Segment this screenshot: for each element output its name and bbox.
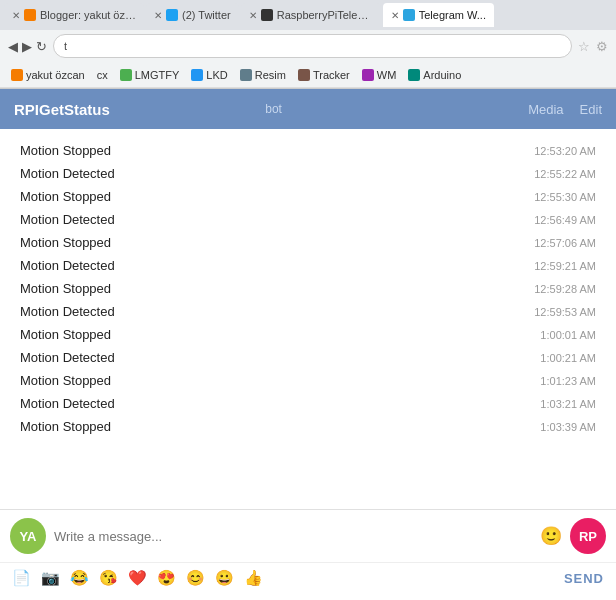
emoji-button[interactable]: 🙂 (540, 525, 562, 547)
tab-label-telegram: Telegram W... (419, 9, 486, 21)
message-row: Motion Detected12:59:21 AM (0, 254, 616, 277)
message-time: 1:01:23 AM (540, 375, 596, 387)
star-icon[interactable]: ☆ (578, 39, 590, 54)
emoji-grin[interactable]: 😀 (215, 569, 234, 587)
chat-title: RPIGetStatus (14, 101, 260, 118)
lkd-icon (191, 69, 203, 81)
tracker-icon (298, 69, 310, 81)
nav-icons: ◀ ▶ ↻ (8, 39, 47, 54)
bookmark-label-lmgtfy: LMGTFY (135, 69, 180, 81)
message-row: Motion Stopped12:55:30 AM (0, 185, 616, 208)
message-row: Motion Stopped12:57:06 AM (0, 231, 616, 254)
lmgtfy-icon (120, 69, 132, 81)
tab-telegram[interactable]: ✕ Telegram W... (383, 3, 494, 27)
bookmark-lkd[interactable]: LKD (186, 67, 232, 83)
message-text: Motion Detected (20, 166, 115, 181)
message-time: 12:55:30 AM (534, 191, 596, 203)
blogger-favicon (24, 9, 36, 21)
address-bar: ◀ ▶ ↻ ☆ ⚙ (0, 30, 616, 62)
message-text: Motion Stopped (20, 281, 111, 296)
message-text: Motion Detected (20, 258, 115, 273)
wm-icon (362, 69, 374, 81)
twitter-favicon (166, 9, 178, 21)
chat-bot-label: bot (265, 102, 282, 116)
message-text: Motion Stopped (20, 327, 111, 342)
input-area: YA 🙂 RP (0, 509, 616, 562)
settings-icon[interactable]: ⚙ (596, 39, 608, 54)
message-time: 1:00:01 AM (540, 329, 596, 341)
message-time: 12:56:49 AM (534, 214, 596, 226)
bookmark-resim[interactable]: Resim (235, 67, 291, 83)
telegram-favicon (403, 9, 415, 21)
address-input[interactable] (53, 34, 572, 58)
message-time: 12:57:06 AM (534, 237, 596, 249)
emoji-bar: 📄 📷 😂 😘 ❤️ 😍 😊 😀 👍 SEND (0, 562, 616, 593)
message-row: Motion Stopped12:59:28 AM (0, 277, 616, 300)
message-text: Motion Detected (20, 350, 115, 365)
message-time: 12:59:53 AM (534, 306, 596, 318)
message-row: Motion Stopped1:01:23 AM (0, 369, 616, 392)
bookmark-tracker[interactable]: Tracker (293, 67, 355, 83)
tab-github[interactable]: ✕ RaspberryPiTelegr... (241, 3, 381, 27)
back-icon[interactable]: ◀ (8, 39, 18, 54)
message-input[interactable] (54, 525, 532, 548)
bookmark-label-wm: WM (377, 69, 397, 81)
bookmark-label-tracker: Tracker (313, 69, 350, 81)
header-edit-button[interactable]: Edit (580, 102, 602, 117)
send-button[interactable]: SEND (564, 571, 604, 586)
forward-icon[interactable]: ▶ (22, 39, 32, 54)
avatar-ya: YA (10, 518, 46, 554)
tab-close-github[interactable]: ✕ (249, 10, 257, 21)
avatar-rp: RP (570, 518, 606, 554)
bookmark-label-yakut: yakut özcan (26, 69, 85, 81)
emoji-kiss[interactable]: 😘 (99, 569, 118, 587)
browser-chrome: ✕ Blogger: yakut özc... ✕ (2) Twitter ✕ … (0, 0, 616, 89)
attachment-icon[interactable]: 📄 (12, 569, 31, 587)
emoji-eyes[interactable]: 😍 (157, 569, 176, 587)
bookmark-label-cx: cx (97, 69, 108, 81)
message-text: Motion Stopped (20, 189, 111, 204)
arduino-icon (408, 69, 420, 81)
message-row: Motion Stopped1:00:01 AM (0, 323, 616, 346)
emoji-smile[interactable]: 😊 (186, 569, 205, 587)
message-text: Motion Stopped (20, 419, 111, 434)
emoji-thumbs[interactable]: 👍 (244, 569, 263, 587)
tab-blogger[interactable]: ✕ Blogger: yakut özc... (4, 3, 144, 27)
message-text: Motion Detected (20, 304, 115, 319)
camera-icon[interactable]: 📷 (41, 569, 60, 587)
bookmarks-bar: yakut özcan cx LMGTFY LKD Resim Tracker … (0, 62, 616, 88)
message-time: 12:59:28 AM (534, 283, 596, 295)
emoji-heart[interactable]: ❤️ (128, 569, 147, 587)
message-time: 1:03:21 AM (540, 398, 596, 410)
message-row: Motion Detected12:59:53 AM (0, 300, 616, 323)
tab-bar: ✕ Blogger: yakut özc... ✕ (2) Twitter ✕ … (0, 0, 616, 30)
bookmark-label-resim: Resim (255, 69, 286, 81)
tab-close-blogger[interactable]: ✕ (12, 10, 20, 21)
bookmark-label-lkd: LKD (206, 69, 227, 81)
reload-icon[interactable]: ↻ (36, 39, 47, 54)
tab-label-github: RaspberryPiTelegr... (277, 9, 373, 21)
bookmark-label-arduino: Arduino (423, 69, 461, 81)
message-time: 12:55:22 AM (534, 168, 596, 180)
bookmark-lmgtfy[interactable]: LMGTFY (115, 67, 185, 83)
header-media-button[interactable]: Media (528, 102, 563, 117)
message-text: Motion Stopped (20, 235, 111, 250)
bookmark-cx[interactable]: cx (92, 67, 113, 83)
message-time: 1:00:21 AM (540, 352, 596, 364)
messages-area: Motion Stopped12:53:20 AMMotion Detected… (0, 129, 616, 509)
bookmark-yakut[interactable]: yakut özcan (6, 67, 90, 83)
bookmark-arduino[interactable]: Arduino (403, 67, 466, 83)
message-text: Motion Stopped (20, 373, 111, 388)
tab-close-telegram[interactable]: ✕ (391, 10, 399, 21)
message-row: Motion Stopped12:53:20 AM (0, 139, 616, 162)
tab-twitter[interactable]: ✕ (2) Twitter (146, 3, 239, 27)
message-row: Motion Detected1:03:21 AM (0, 392, 616, 415)
message-text: Motion Detected (20, 396, 115, 411)
message-row: Motion Stopped1:03:39 AM (0, 415, 616, 438)
bookmark-wm[interactable]: WM (357, 67, 402, 83)
message-text: Motion Stopped (20, 143, 111, 158)
tab-close-twitter[interactable]: ✕ (154, 10, 162, 21)
emoji-laugh[interactable]: 😂 (70, 569, 89, 587)
chat-header-actions: Media Edit (528, 102, 602, 117)
message-row: Motion Detected12:56:49 AM (0, 208, 616, 231)
